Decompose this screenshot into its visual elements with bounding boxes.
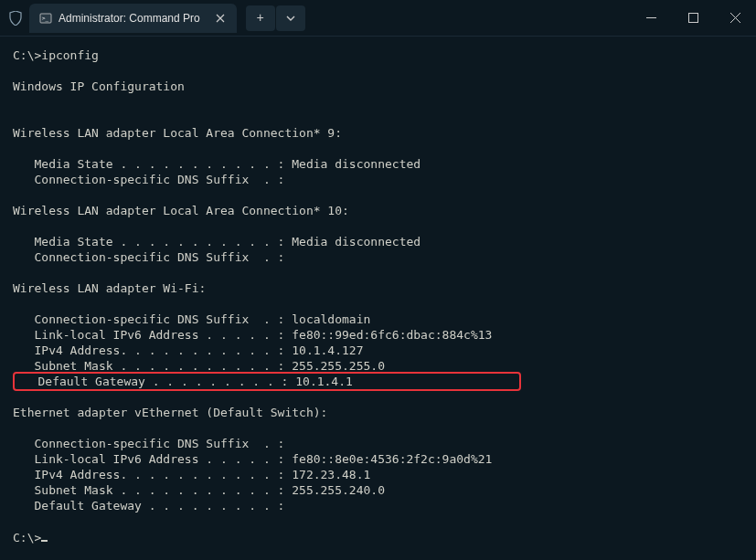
close-window-button[interactable]	[714, 0, 756, 37]
highlighted-row: Default Gateway . . . . . . . . . : 10.1…	[13, 372, 521, 391]
adapter-row: Connection-specific DNS Suffix . :	[13, 249, 743, 265]
adapter-row: Media State . . . . . . . . . . . : Medi…	[13, 234, 743, 249]
tab-controls: +	[246, 5, 305, 31]
minimize-button[interactable]	[630, 0, 672, 37]
adapter-row: Connection-specific DNS Suffix . :	[13, 436, 743, 451]
svg-rect-3	[688, 14, 697, 23]
adapter-row: Link-local IPv6 Address . . . . . : fe80…	[13, 451, 743, 467]
tab-title: Administrator: Command Pro	[59, 12, 200, 25]
adapter-row: Media State . . . . . . . . . . . : Medi…	[13, 156, 743, 172]
adapter-row: Link-local IPv6 Address . . . . . : fe80…	[13, 327, 743, 343]
svg-text:>_: >_	[42, 15, 49, 22]
adapter-title: Ethernet adapter vEthernet (Default Swit…	[13, 405, 743, 420]
tab-dropdown-button[interactable]	[276, 5, 305, 31]
adapter-row: Connection-specific DNS Suffix . :	[13, 172, 743, 187]
maximize-button[interactable]	[672, 0, 714, 37]
cursor	[41, 529, 48, 542]
adapter-title: Wireless LAN adapter Local Area Connecti…	[13, 125, 743, 141]
adapter-row: Connection-specific DNS Suffix . : local…	[13, 312, 743, 327]
shield-icon	[7, 10, 24, 26]
tab-command-prompt[interactable]: >_ Administrator: Command Pro	[29, 4, 237, 33]
adapter-title: Wireless LAN adapter Local Area Connecti…	[13, 203, 743, 218]
terminal-output[interactable]: C:\>ipconfig Windows IP Configuration Wi…	[0, 37, 756, 556]
adapter-title: Wireless LAN adapter Wi-Fi:	[13, 280, 743, 296]
svg-rect-2	[646, 17, 656, 18]
window-controls	[630, 0, 756, 37]
prompt-line: C:\>ipconfig	[13, 48, 743, 63]
adapter-row: Subnet Mask . . . . . . . . . . . : 255.…	[13, 482, 743, 498]
prompt-line: C:\>	[13, 529, 743, 545]
adapter-row: IPv4 Address. . . . . . . . . . . : 10.1…	[13, 343, 743, 358]
titlebar: >_ Administrator: Command Pro +	[0, 0, 756, 37]
chevron-down-icon	[286, 16, 295, 21]
adapter-row: IPv4 Address. . . . . . . . . . . : 172.…	[13, 467, 743, 482]
terminal-icon: >_	[38, 11, 53, 26]
new-tab-button[interactable]: +	[246, 5, 275, 31]
close-icon[interactable]	[213, 11, 228, 26]
adapter-row: Default Gateway . . . . . . . . . :	[13, 498, 743, 513]
ipconfig-header: Windows IP Configuration	[13, 79, 743, 94]
